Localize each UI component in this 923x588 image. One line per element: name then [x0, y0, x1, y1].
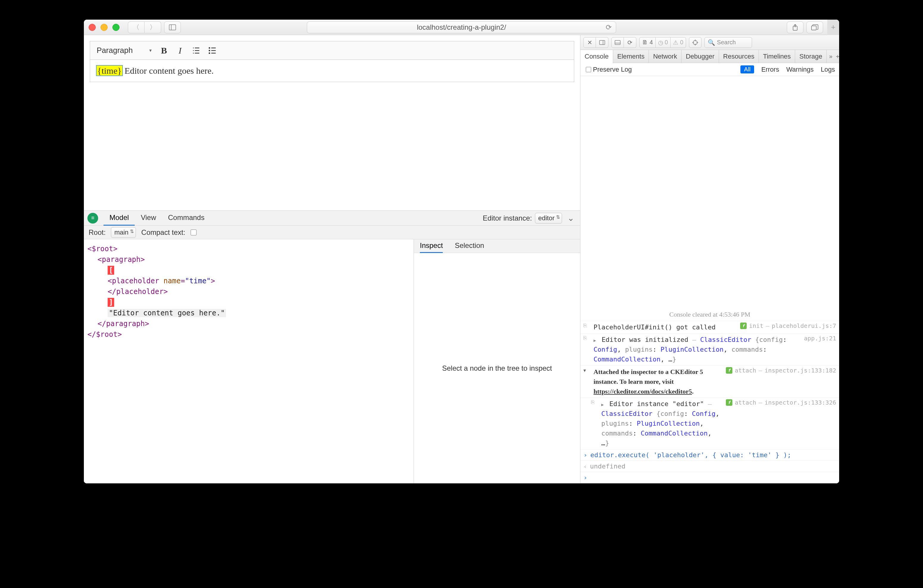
- tabs-button[interactable]: [806, 21, 823, 33]
- search-icon: 🔍: [708, 39, 715, 46]
- svg-rect-0: [169, 25, 176, 30]
- editor-text: Editor content goes here.: [122, 66, 214, 76]
- filter-warnings[interactable]: Warnings: [786, 66, 814, 74]
- tree-node[interactable]: placeholder: [112, 277, 159, 285]
- heading-dropdown[interactable]: Paragraph ▾: [94, 44, 154, 57]
- bulleted-list-button[interactable]: [205, 44, 219, 57]
- url-text: localhost/creating-a-plugin2/: [417, 23, 506, 31]
- tab-elements[interactable]: Elements: [613, 50, 649, 63]
- maximize-icon[interactable]: [112, 24, 120, 31]
- web-inspector: ✕ ⟳ 🗎 4 ◷ 0 ⚠ 0: [580, 35, 839, 483]
- filter-logs[interactable]: Logs: [821, 66, 835, 74]
- timings-count[interactable]: ◷ 0: [656, 37, 671, 48]
- file-icon: 🗎: [642, 39, 648, 46]
- sidebar-toggle-button[interactable]: [164, 21, 181, 33]
- tab-model[interactable]: Model: [103, 211, 135, 226]
- devtools-tabs: Console Elements Network Debugger Resour…: [580, 50, 839, 63]
- instance-select[interactable]: editor: [535, 213, 562, 223]
- dock-right-icon: [599, 40, 605, 45]
- model-tree[interactable]: <$root> <paragraph> [ <placeholder name=…: [84, 239, 414, 483]
- nav-buttons: 〈 〉: [128, 21, 161, 33]
- devtools-search[interactable]: 🔍 Search: [705, 37, 752, 48]
- inspect-empty-message: Select a node in the tree to inspect: [414, 253, 580, 483]
- preserve-log-checkbox[interactable]: [586, 67, 591, 72]
- editor-content[interactable]: {time} Editor content goes here.: [90, 60, 574, 82]
- preserve-log-toggle[interactable]: Preserve Log: [586, 66, 632, 74]
- collapse-icon[interactable]: ⌄: [565, 213, 576, 223]
- close-icon[interactable]: [89, 24, 96, 31]
- titlebar: 〈 〉 localhost/creating-a-plugin2/ ⟳ +: [84, 20, 839, 35]
- italic-button[interactable]: I: [173, 44, 187, 57]
- svg-rect-3: [811, 26, 816, 30]
- svg-point-5: [209, 50, 210, 51]
- filter-errors[interactable]: Errors: [761, 66, 779, 74]
- compact-label: Compact text:: [141, 228, 185, 237]
- tab-commands[interactable]: Commands: [162, 211, 210, 226]
- disclosure-icon[interactable]: ▶: [593, 337, 598, 344]
- console-cleared-message: Console cleared at 4:53:46 PM: [580, 308, 839, 321]
- dock-bottom-button[interactable]: [611, 37, 624, 48]
- disclosure-icon[interactable]: ▼: [583, 368, 588, 373]
- console-output[interactable]: Console cleared at 4:53:46 PM ⎘ Placehol…: [580, 76, 839, 483]
- console-input-history: › editor.execute( 'placeholder', { value…: [580, 450, 839, 461]
- svg-rect-9: [615, 40, 620, 44]
- address-bar[interactable]: localhost/creating-a-plugin2/ ⟳: [307, 21, 616, 33]
- ckeditor: Paragraph ▾ B I {time} Editor con: [90, 41, 574, 82]
- tree-node[interactable]: <paragraph>: [97, 255, 145, 264]
- bold-button[interactable]: B: [157, 44, 171, 57]
- browser-window: 〈 〉 localhost/creating-a-plugin2/ ⟳ +: [84, 20, 839, 483]
- tab-network[interactable]: Network: [649, 50, 682, 63]
- function-badge-icon: f: [726, 399, 732, 406]
- add-tab-icon[interactable]: ＋: [835, 52, 839, 60]
- tab-view[interactable]: View: [135, 211, 162, 226]
- console-result: ‹ undefined: [580, 461, 839, 472]
- placeholder-widget[interactable]: {time}: [97, 66, 122, 76]
- reload-devtools-button[interactable]: ⟳: [624, 37, 636, 48]
- disclosure-icon[interactable]: ▶: [601, 402, 605, 408]
- tab-selection[interactable]: Selection: [455, 239, 484, 253]
- tab-resources[interactable]: Resources: [719, 50, 759, 63]
- numbered-list-button[interactable]: [189, 44, 203, 57]
- bulleted-list-icon: [207, 46, 217, 55]
- console-row: ⎘ ▶ Editor instance "editor" – ClassicEd…: [580, 398, 839, 450]
- chevron-down-icon: ▾: [149, 48, 152, 53]
- result-icon: ‹: [583, 463, 587, 470]
- console-input[interactable]: [590, 474, 594, 481]
- prompt-icon: ›: [583, 474, 587, 481]
- tab-inspect[interactable]: Inspect: [420, 239, 443, 253]
- forward-button[interactable]: 〉: [145, 21, 161, 33]
- element-picker-button[interactable]: [689, 37, 701, 48]
- tab-debugger[interactable]: Debugger: [682, 50, 719, 63]
- svg-rect-7: [599, 40, 605, 44]
- tree-node[interactable]: <$root>: [87, 245, 117, 253]
- back-button[interactable]: 〈: [128, 21, 145, 33]
- console-filter-bar: Preserve Log All Errors Warnings Logs: [580, 63, 839, 76]
- inspector-logo-icon: ≡: [87, 213, 98, 223]
- minimize-icon[interactable]: [100, 24, 108, 31]
- tab-storage[interactable]: Storage: [795, 50, 827, 63]
- new-tab-button[interactable]: +: [827, 20, 839, 35]
- numbered-list-icon: [192, 46, 200, 55]
- close-devtools-button[interactable]: ✕: [583, 37, 596, 48]
- tab-console[interactable]: Console: [580, 50, 613, 63]
- reload-icon[interactable]: ⟳: [606, 23, 612, 31]
- tree-node[interactable]: </paragraph>: [97, 320, 149, 328]
- sidebar-icon: [169, 25, 176, 30]
- tree-node[interactable]: </$root>: [87, 330, 122, 338]
- resources-count[interactable]: 🗎 4: [639, 37, 656, 48]
- filter-all[interactable]: All: [741, 66, 754, 74]
- warnings-count[interactable]: ⚠ 0: [670, 37, 686, 48]
- tree-text-node[interactable]: "Editor content goes here.": [108, 309, 226, 317]
- more-tabs-icon[interactable]: »: [829, 53, 832, 60]
- compact-checkbox[interactable]: [191, 230, 197, 235]
- dock-button[interactable]: [596, 37, 608, 48]
- instance-label: Editor instance:: [483, 214, 532, 222]
- console-prompt[interactable]: ›: [580, 472, 839, 483]
- share-button[interactable]: [787, 21, 803, 33]
- root-select[interactable]: main: [111, 227, 136, 238]
- tab-timelines[interactable]: Timelines: [759, 50, 795, 63]
- ckeditor-inspector: ≡ Model View Commands Editor instance: e…: [84, 210, 580, 483]
- console-row: ⎘ ▶ Editor was initialized – ClassicEdit…: [580, 333, 839, 366]
- tabs-icon: [811, 25, 818, 30]
- tree-node[interactable]: </placeholder>: [108, 287, 168, 296]
